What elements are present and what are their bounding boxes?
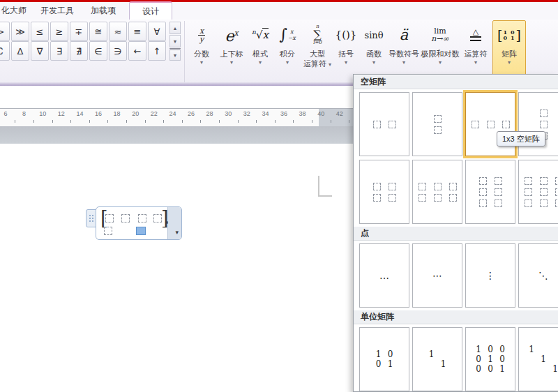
- identity-matrix-values: 100010001: [476, 345, 505, 374]
- ruler-tick: [89, 120, 90, 123]
- empty-matrix-tile-1x2[interactable]: [359, 92, 409, 156]
- integral-button[interactable]: ∫x−x 积分 ▾: [273, 21, 301, 89]
- gallery-tooltip: 1x3 空矩阵: [497, 131, 545, 146]
- empty-matrix-tile-3x3[interactable]: [518, 160, 558, 224]
- dropdown-arrow-icon: ▾: [216, 59, 247, 67]
- equation-options-dropdown[interactable]: ◄ ▾: [167, 207, 181, 239]
- empty-matrix-tile-3x1[interactable]: [518, 92, 558, 156]
- panel-section-title: 点: [354, 227, 558, 241]
- symbol-button[interactable]: ≤: [31, 22, 49, 41]
- fraction-button[interactable]: xy 分数 ▾: [188, 21, 215, 89]
- horizontal-ruler: 681012141618202224262830323436384042: [0, 108, 354, 127]
- ruler-number: 6: [3, 110, 7, 117]
- tab-developer[interactable]: 开发工具: [36, 4, 78, 17]
- symbol-button[interactable]: ∁: [0, 41, 10, 61]
- placeholder-square: [495, 177, 502, 185]
- symbol-button[interactable]: ≡: [128, 22, 146, 41]
- symbol-scroll-up-button[interactable]: ▲: [169, 22, 181, 34]
- symbol-button[interactable]: ≈: [109, 22, 127, 41]
- panel-section-title: 单位矩阵: [354, 310, 558, 324]
- ruler-number: 36: [280, 110, 287, 117]
- empty-matrix-tile-2x1[interactable]: [412, 92, 462, 156]
- empty-matrix-tile-2x2[interactable]: [359, 160, 409, 224]
- identity-matrix-tile[interactable]: 11: [412, 327, 462, 391]
- equation-object[interactable]: [ ] ◄ ▾: [96, 206, 182, 240]
- function-icon: sinθ: [359, 21, 389, 49]
- symbol-more-button[interactable]: ▼: [169, 48, 181, 61]
- symbol-button[interactable]: ↑: [148, 41, 166, 61]
- ruler-tick: [293, 120, 294, 123]
- ruler-tick: [331, 120, 331, 123]
- radical-button[interactable]: n√x 根式 ▾: [247, 21, 273, 89]
- dropdown-arrow-icon: ▾: [188, 59, 215, 67]
- symbol-scroll-down-button[interactable]: ▼: [169, 35, 181, 47]
- equation-placeholder[interactable]: [105, 214, 114, 223]
- placeholder-square: [525, 199, 532, 207]
- symbol-button[interactable]: ≅: [89, 22, 107, 41]
- ruler-number: 24: [169, 110, 176, 117]
- symbol-button[interactable]: ∀: [148, 22, 166, 41]
- gallery-tile-row: 100111100010001111: [359, 327, 552, 391]
- symbol-button[interactable]: ←: [128, 41, 146, 61]
- placeholder-square: [555, 199, 558, 207]
- placeholder-square: [449, 194, 457, 202]
- empty-matrix-tile-3x2[interactable]: [465, 160, 515, 224]
- symbol-button[interactable]: ∈: [89, 41, 107, 61]
- placeholder-square: [495, 199, 502, 207]
- ruler-number: 14: [76, 110, 83, 117]
- ruler-number: 38: [299, 110, 306, 117]
- ruler-number: 18: [114, 110, 121, 117]
- placeholder-square: [540, 199, 548, 207]
- matrix-icon: [1 00 1]: [493, 21, 525, 49]
- identity-matrix-tile[interactable]: 111: [518, 327, 558, 391]
- matrix-dots-tile[interactable]: ⋮: [465, 243, 515, 308]
- ruler-tick: [15, 120, 15, 123]
- symbol-button[interactable]: ∓: [70, 22, 88, 41]
- placeholder-square: [479, 177, 487, 185]
- symbol-button[interactable]: >: [0, 22, 10, 41]
- symbol-button[interactable]: ≫: [11, 22, 29, 41]
- ruler-tick: [163, 120, 164, 123]
- symbol-button[interactable]: ∄: [70, 41, 88, 61]
- placeholder-square: [373, 194, 381, 202]
- equation-placeholder[interactable]: [138, 214, 146, 223]
- symbol-button[interactable]: ∃: [50, 41, 68, 61]
- placeholder-square: [479, 188, 487, 196]
- ruler-tick: [312, 120, 312, 123]
- tab-addins[interactable]: 加载项: [86, 4, 120, 17]
- titlebar-accent-line: [0, 0, 558, 2]
- equation-placeholder-selected[interactable]: [136, 227, 146, 235]
- matrix-dots-tile[interactable]: ⋱: [518, 243, 558, 308]
- tab-huadashi[interactable]: 化大师: [0, 4, 31, 17]
- matrix-dots-tile[interactable]: ⋯: [412, 243, 462, 308]
- ruler-tick: [70, 120, 71, 123]
- tab-design-active[interactable]: 设计: [129, 1, 172, 21]
- matrix-dots-tile[interactable]: …: [359, 243, 409, 308]
- placeholder-square: [495, 188, 502, 196]
- placeholder-square: [418, 194, 426, 202]
- ruler-tick: [182, 120, 183, 123]
- empty-matrix-tile-2x3[interactable]: [412, 160, 462, 224]
- empty-matrix-tile-1x3[interactable]: [465, 92, 515, 156]
- symbol-button[interactable]: ≥: [50, 22, 68, 41]
- large-operator-button[interactable]: n∑i=0 大型 运算符 ▾: [301, 21, 333, 89]
- equation-placeholder[interactable]: [104, 227, 112, 235]
- gallery-tile-row: …⋯⋮⋱: [359, 243, 552, 308]
- identity-matrix-tile[interactable]: 100010001: [465, 327, 515, 391]
- placeholder-square: [540, 110, 548, 117]
- identity-matrix-tile[interactable]: 1001: [359, 327, 409, 391]
- symbol-button[interactable]: Δ: [11, 41, 29, 61]
- ruler-tick: [238, 120, 239, 123]
- matrix-placeholder-grid: [418, 183, 457, 202]
- placeholder-square: [373, 183, 381, 190]
- dropdown-arrow-icon: ▾: [247, 59, 273, 67]
- script-button[interactable]: ex 上下标 ▾: [216, 21, 247, 89]
- radical-icon: n√x: [247, 21, 273, 49]
- symbol-button[interactable]: ∇: [31, 41, 49, 61]
- symbol-button[interactable]: ∋: [109, 41, 127, 61]
- app-window: 化大师 开发工具 加载项 设计 >≫≤≥∓≅≈≡∀∁Δ∇∃∄∈∋←↑ ▲ ▼ ▼…: [0, 0, 558, 392]
- placeholder-square: [373, 121, 381, 128]
- equation-placeholder[interactable]: [121, 214, 130, 223]
- ruler-number: 40: [317, 110, 324, 117]
- ribbon-tab-bar: 化大师 开发工具 加载项 设计: [0, 0, 558, 20]
